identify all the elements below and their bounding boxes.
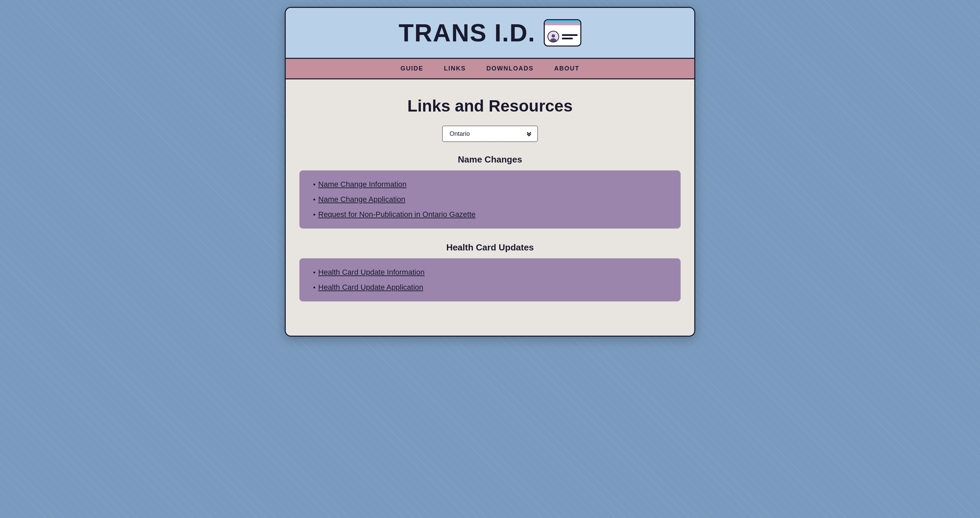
id-card-line-1 [562,34,578,36]
id-card-stripe [545,20,580,28]
list-item: • Health Card Update Information [313,268,667,277]
nav-item-about[interactable]: ABOUT [554,65,580,72]
nav-item-downloads[interactable]: DOWNLOADS [487,65,534,72]
bullet-icon: • [313,284,315,291]
name-change-information-link[interactable]: Name Change Information [318,180,407,189]
list-item: • Request for Non-Publication in Ontario… [313,210,667,219]
bullet-icon: • [313,181,315,188]
id-card-avatar [547,31,559,43]
id-card-line-2 [562,38,573,39]
main-nav: GUIDE LINKS DOWNLOADS ABOUT [286,59,694,79]
health-card-update-info-link[interactable]: Health Card Update Information [318,268,425,277]
id-card-icon [544,19,581,46]
name-change-application-link[interactable]: Name Change Application [318,195,405,204]
bullet-icon: • [313,196,315,203]
nav-item-links[interactable]: LINKS [444,65,466,72]
name-changes-list: • Name Change Information • Name Change … [313,180,667,219]
non-publication-request-link[interactable]: Request for Non-Publication in Ontario G… [318,210,476,219]
site-title: TRANS I.D. [399,19,536,47]
health-card-list: • Health Card Update Information • Healt… [313,268,667,292]
bullet-icon: • [313,211,315,218]
province-selector-wrap: Ontario British Columbia Alberta Quebec … [299,126,681,142]
id-card-body [545,28,580,46]
list-item: • Name Change Application [313,195,667,204]
svg-point-1 [550,38,556,42]
page-title: Links and Resources [299,97,681,115]
main-content: Links and Resources Ontario British Colu… [286,79,694,336]
svg-point-0 [552,34,555,38]
list-item: • Name Change Information [313,180,667,189]
main-container: TRANS I.D. GUIDE LINKS DOWNLOADS ABOU [285,7,695,337]
province-select[interactable]: Ontario British Columbia Alberta Quebec … [442,126,538,142]
id-card-lines [562,34,578,39]
site-header: TRANS I.D. [286,8,694,59]
health-card-update-application-link[interactable]: Health Card Update Application [318,283,423,292]
bullet-icon: • [313,269,315,276]
name-changes-section-title: Name Changes [299,154,681,165]
list-item: • Health Card Update Application [313,283,667,292]
health-card-section-title: Health Card Updates [299,242,681,253]
nav-item-guide[interactable]: GUIDE [400,65,423,72]
name-changes-box: • Name Change Information • Name Change … [299,170,681,229]
health-card-box: • Health Card Update Information • Healt… [299,258,681,302]
